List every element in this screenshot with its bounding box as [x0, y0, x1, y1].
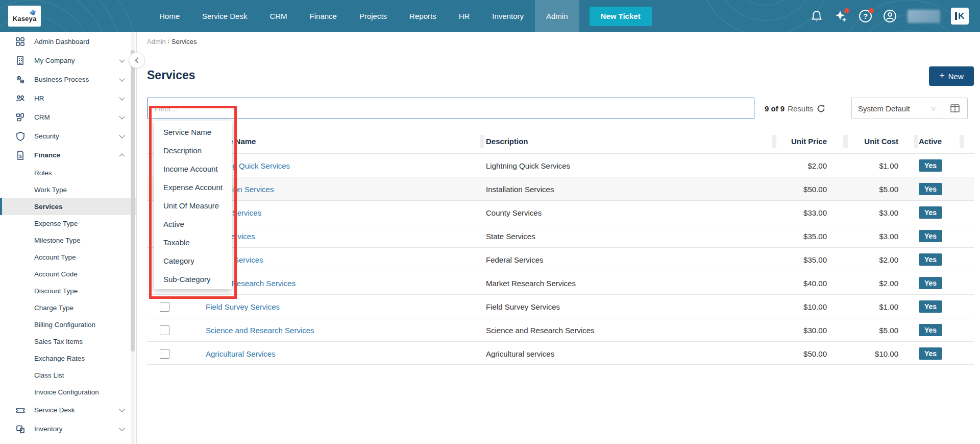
service-description: Market Research Services	[486, 271, 576, 295]
unit-cost: $5.00	[826, 177, 898, 201]
sidebar-item-hr[interactable]: HR	[0, 89, 136, 108]
unit-price: $40.00	[749, 271, 827, 295]
filter-dropdown-item-income-account[interactable]: Income Account	[154, 159, 232, 178]
sidebar-item-label: My Company	[34, 57, 75, 64]
column-header-active[interactable]: Active	[919, 129, 942, 153]
sparkle-ai-icon[interactable]	[834, 9, 848, 23]
nav-item-home[interactable]: Home	[148, 0, 191, 32]
service-name-link[interactable]: Field Survey Services	[206, 302, 280, 311]
sidebar-item-work-type[interactable]: Work Type	[0, 181, 136, 198]
main-nav-menu: HomeService DeskCRMFinanceProjectsReport…	[148, 0, 652, 32]
columns-icon	[950, 104, 960, 112]
filter-dropdown-item-taxable[interactable]: Taxable	[154, 233, 232, 251]
nav-item-inventory[interactable]: Inventory	[481, 0, 535, 32]
chevron-down-icon: ▽	[932, 105, 936, 112]
inventory-icon	[15, 424, 26, 434]
filter-dropdown-item-expense-account[interactable]: Expense Account	[154, 178, 232, 196]
row-checkbox[interactable]	[160, 349, 169, 359]
sidebar-item-label: Invoice Configuration	[34, 388, 99, 396]
unit-cost: $3.00	[826, 201, 898, 224]
nav-item-finance[interactable]: Finance	[299, 0, 348, 32]
filter-input[interactable]	[147, 98, 754, 119]
active-badge: Yes	[919, 324, 942, 336]
filter-dropdown-item-service-name[interactable]: Service Name	[154, 123, 232, 141]
sidebar-item-discount-type[interactable]: Discount Type	[0, 283, 136, 299]
column-header-unit-cost[interactable]: Unit Cost	[826, 129, 898, 153]
filter-dropdown-item-unit-of-measure[interactable]: Unit Of Measure	[154, 196, 232, 215]
sidebar-item-milestone-type[interactable]: Milestone Type	[0, 232, 136, 249]
sidebar-item-crm[interactable]: CRM	[0, 108, 136, 127]
sidebar-item-services[interactable]: Services	[0, 198, 136, 215]
sidebar-item-admin-dashboard[interactable]: Admin Dashboard	[0, 32, 136, 51]
sidebar-item-billing-configuration[interactable]: Billing Configuration	[0, 316, 136, 333]
help-icon[interactable]: ?	[859, 9, 872, 23]
nav-item-crm[interactable]: CRM	[258, 0, 298, 32]
sidebar-item-charge-type[interactable]: Charge Type	[0, 299, 136, 316]
service-description: Science and Research Services	[486, 318, 595, 342]
row-checkbox[interactable]	[160, 325, 169, 335]
column-divider	[960, 135, 964, 148]
filter-dropdown-item-description[interactable]: Description	[154, 141, 232, 159]
table-body: Lightning Quick ServicesLightning Quick …	[147, 153, 974, 365]
sidebar-item-service-desk[interactable]: Service Desk	[0, 401, 136, 419]
chevron-down-icon	[119, 57, 125, 62]
sidebar-item-finance[interactable]: $Finance	[0, 146, 136, 165]
column-header-description[interactable]: Description	[486, 129, 528, 153]
sidebar-item-label: Admin Dashboard	[34, 38, 89, 45]
sidebar-item-account-code[interactable]: Account Code	[0, 266, 136, 283]
sidebar-item-exchange-rates[interactable]: Exchange Rates	[0, 350, 136, 367]
nav-item-reports[interactable]: Reports	[398, 0, 448, 32]
new-ticket-button[interactable]: New Ticket	[590, 7, 652, 26]
kaseya-logo[interactable]: Kaseya	[8, 6, 41, 27]
chevron-down-icon	[119, 76, 125, 81]
filter-dropdown-item-sub-category[interactable]: Sub-Category	[154, 270, 232, 288]
page-title: Services	[147, 68, 195, 82]
view-selector[interactable]: System Default ▽	[852, 98, 942, 119]
sidebar-item-label: Roles	[34, 169, 52, 177]
profile-icon[interactable]	[883, 9, 897, 23]
sidebar-item-my-company[interactable]: My Company	[0, 51, 136, 70]
breadcrumb-parent[interactable]: Admin	[147, 38, 166, 45]
sidebar-item-business-process[interactable]: Business Process	[0, 70, 136, 89]
nav-item-projects[interactable]: Projects	[348, 0, 398, 32]
column-divider	[480, 135, 484, 148]
sidebar-item-account-type[interactable]: Account Type	[0, 249, 136, 266]
new-service-button[interactable]: + New	[929, 66, 974, 86]
view-selector-value: System Default	[858, 104, 910, 113]
nav-item-admin[interactable]: Admin	[535, 0, 579, 32]
kaseya-one-icon[interactable]: K	[951, 8, 969, 25]
row-checkbox[interactable]	[160, 302, 169, 312]
sidebar-scrollbar-thumb[interactable]	[131, 50, 135, 352]
service-description: State Services	[486, 224, 535, 248]
sidebar-item-sales-tax-items[interactable]: Sales Tax Items	[0, 333, 136, 350]
sidebar-item-roles[interactable]: Roles	[0, 165, 136, 181]
sidebar-item-expense-type[interactable]: Expense Type	[0, 215, 136, 232]
sidebar-item-invoice-configuration[interactable]: Invoice Configuration	[0, 384, 136, 401]
column-header-unit-price[interactable]: Unit Price	[749, 129, 827, 153]
filter-dropdown-item-active[interactable]: Active	[154, 215, 232, 233]
refresh-icon[interactable]	[816, 104, 826, 113]
column-settings-button[interactable]	[942, 98, 967, 119]
table-header: Service NameDescriptionUnit PriceUnit Co…	[147, 129, 974, 153]
service-name-link[interactable]: Science and Research Services	[206, 326, 314, 335]
user-name-blurred[interactable]	[908, 10, 940, 23]
filter-dropdown-item-category[interactable]: Category	[154, 251, 232, 270]
nav-item-hr[interactable]: HR	[448, 0, 481, 32]
sidebar-item-projects[interactable]: Projects	[0, 438, 136, 444]
sidebar-item-security[interactable]: Security	[0, 127, 136, 146]
table-row: Federal ServicesFederal Services$35.00$2…	[147, 247, 974, 271]
unit-cost: $2.00	[826, 248, 898, 271]
unit-cost: $1.00	[826, 295, 898, 318]
table-row: Lightning Quick ServicesLightning Quick …	[147, 153, 974, 177]
sidebar-item-label: CRM	[34, 113, 50, 121]
filter-column-dropdown: Service NameDescriptionIncome AccountExp…	[154, 121, 232, 289]
bell-icon[interactable]	[810, 9, 823, 23]
unit-price: $35.00	[749, 224, 827, 248]
unit-price: $10.00	[749, 295, 827, 318]
nav-item-service-desk[interactable]: Service Desk	[191, 0, 258, 32]
sidebar-item-inventory[interactable]: Inventory	[0, 419, 136, 438]
service-name-link[interactable]: Agricultural Services	[206, 349, 276, 358]
breadcrumb-current: Services	[172, 38, 197, 45]
sidebar-collapse-button[interactable]	[129, 52, 145, 68]
sidebar-item-class-list[interactable]: Class List	[0, 367, 136, 384]
